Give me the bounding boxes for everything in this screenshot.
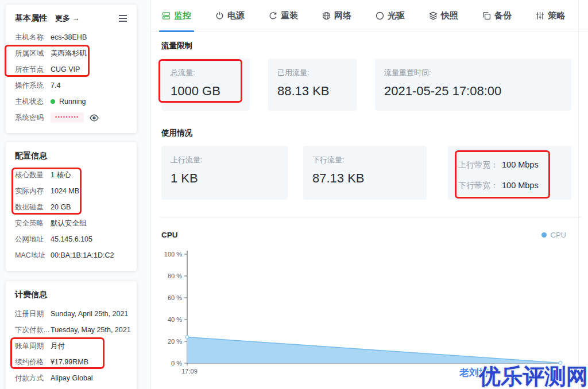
eye-icon[interactable]: [90, 114, 99, 122]
network-icon: [322, 11, 331, 20]
tab-snapshot[interactable]: 快照: [429, 0, 458, 32]
main-panel: 监控 电源 重装 网络 光驱 快照: [150, 0, 588, 389]
watermark-large: 优乐评测网: [479, 362, 588, 389]
property-row: 主机名称 ecs-38EHB: [15, 33, 127, 41]
power-icon: [215, 11, 224, 20]
policy-icon: [536, 11, 544, 20]
section-title-traffic-limit: 流量限制: [161, 41, 579, 51]
property-row: 实际内存 1024 MB: [15, 187, 127, 195]
svg-text:60 %: 60 %: [168, 294, 182, 301]
property-row: 续约价格 ¥17.99RMB: [15, 358, 127, 366]
tab-backup[interactable]: 备份: [482, 0, 512, 32]
property-row: 公网地址 45.145.6.105: [15, 235, 127, 243]
panel-edge-line: [578, 0, 579, 389]
property-row: 注册日期 Sunday, April 25th, 2021: [15, 310, 127, 318]
property-row: 所属区域 美西洛杉矶: [15, 49, 127, 57]
stat-card-used-traffic: 已用流量: 88.13 KB: [268, 59, 357, 111]
backup-icon: [482, 11, 491, 20]
billing-card-title: 计费信息: [15, 290, 47, 300]
svg-text:40 %: 40 %: [168, 316, 182, 323]
legend-dot: [541, 232, 547, 238]
section-divider: [160, 217, 581, 217]
more-link[interactable]: 更多 →: [55, 13, 80, 24]
tab-network[interactable]: 网络: [322, 0, 351, 32]
tab-reinstall[interactable]: 重装: [269, 0, 298, 32]
property-row-status: 主机状态 Running: [15, 98, 127, 106]
svg-text:0 %: 0 %: [171, 360, 182, 367]
svg-text:80 %: 80 %: [168, 273, 182, 279]
hamburger-icon[interactable]: [118, 14, 127, 22]
tab-cd-drive[interactable]: 光驱: [376, 0, 405, 32]
status-badge: Running: [59, 98, 86, 106]
tab-policy[interactable]: 策略: [536, 0, 565, 32]
property-row: 核心数量 1 核心: [15, 171, 127, 179]
tab-power[interactable]: 电源: [215, 0, 245, 32]
stat-card-upload-traffic: 上行流量: 1 KB: [161, 146, 288, 200]
config-card-title: 配置信息: [15, 151, 47, 161]
property-row: 数据磁盘 20 GB: [15, 203, 127, 211]
billing-info-card: 计费信息 注册日期 Sunday, April 25th, 2021 下次付款.…: [6, 281, 137, 389]
cpu-chart-title: CPU: [161, 231, 178, 239]
section-title-usage: 使用情况: [161, 128, 579, 138]
legend-item-cpu[interactable]: CPU: [541, 231, 566, 239]
server-detail-page: 基本属性 更多 → 主机名称 ecs-38EHB 所属区域 美西洛杉矶 所在节点…: [0, 0, 588, 389]
property-row: 账单周期 月付: [15, 342, 127, 350]
property-row: 下次付款... Tuesday, May 25th, 2021: [15, 326, 127, 334]
property-row: 操作系统 7.4: [15, 81, 127, 90]
basic-card-title: 基本属性: [15, 13, 47, 24]
cd-drive-icon: [376, 11, 384, 20]
bandwidth-row: 下行带宽： 100 Mbps: [458, 181, 561, 191]
property-row: 付款方式 Alipay Global: [15, 374, 127, 382]
stat-card-traffic-reset-time: 流量重置时间: 2021-05-25 17:08:00: [375, 59, 571, 111]
stat-card-download-traffic: 下行流量: 87.13 KB: [303, 146, 427, 200]
sidebar: 基本属性 更多 → 主机名称 ecs-38EHB 所属区域 美西洛杉矶 所在节点…: [0, 0, 150, 389]
property-row: 安全策略 默认安全组: [15, 219, 127, 227]
tab-monitor[interactable]: 监控: [162, 0, 191, 32]
annotation-box-bandwidth: [455, 150, 550, 199]
usage-cards: 上行流量: 1 KB 下行流量: 87.13 KB 上行带宽： 100 Mbps…: [161, 146, 579, 200]
property-row-password: 系统密码 •••••••••: [15, 114, 127, 122]
basic-properties-card: 基本属性 更多 → 主机名称 ecs-38EHB 所属区域 美西洛杉矶 所在节点…: [6, 5, 137, 133]
snapshot-icon: [429, 11, 438, 20]
password-mask: •••••••••: [51, 112, 84, 123]
bandwidth-row: 上行带宽： 100 Mbps: [458, 160, 561, 170]
property-row: MAC地址 00:BA:1B:1A:1D:C2: [15, 251, 127, 259]
tab-bar: 监控 电源 重装 网络 光驱 快照: [150, 0, 588, 32]
stat-card-bandwidth: 上行带宽： 100 Mbps 下行带宽： 100 Mbps: [448, 146, 571, 200]
monitor-tab-content: 流量限制 总流量: 1000 GB 已用流量: 88.13 KB 流量重置时间:…: [150, 41, 588, 383]
traffic-limit-cards: 总流量: 1000 GB 已用流量: 88.13 KB 流量重置时间: 2021…: [161, 59, 579, 111]
cpu-chart-header: CPU CPU: [161, 229, 579, 240]
svg-text:100 %: 100 %: [164, 251, 182, 258]
property-row: 所在节点 CUG VIP: [15, 65, 127, 73]
svg-text:17:09: 17:09: [181, 368, 198, 375]
monitor-icon: [162, 11, 171, 20]
stat-card-total-traffic: 总流量: 1000 GB: [161, 59, 250, 111]
config-info-card: 配置信息 核心数量 1 核心 实际内存 1024 MB 数据磁盘 20 GB 安…: [6, 142, 137, 271]
svg-text:20 %: 20 %: [168, 338, 182, 345]
reinstall-icon: [269, 11, 277, 20]
status-dot: [51, 99, 55, 104]
